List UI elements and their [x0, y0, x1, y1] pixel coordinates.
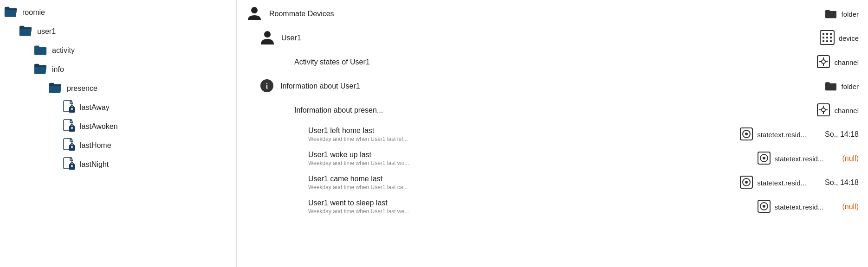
type-label: channel	[834, 107, 859, 114]
person-group-icon	[246, 5, 263, 23]
tree-label: info	[52, 65, 64, 74]
tree-item-user1[interactable]: user1	[0, 22, 236, 41]
tree-label: lastHome	[80, 141, 111, 150]
detail-type: statetext.resid...	[739, 127, 806, 142]
svg-rect-27	[830, 40, 832, 42]
type-label: statetext.resid...	[775, 203, 824, 211]
detail-type: folder	[824, 80, 859, 93]
tree-label: presence	[67, 84, 97, 93]
svg-rect-3	[71, 109, 72, 110]
folder-open-icon	[33, 62, 47, 77]
detail-main: Information about presen...	[294, 106, 807, 114]
detail-type: channel	[816, 103, 859, 118]
svg-point-48	[745, 181, 748, 184]
type-label: channel	[834, 58, 859, 66]
detail-row-lastHome[interactable]: User1 came home last Weekday and time wh…	[237, 171, 868, 195]
svg-point-45	[763, 157, 765, 159]
detail-type: folder	[824, 8, 859, 20]
folder-type-icon	[824, 80, 837, 93]
lock-file-icon	[63, 100, 75, 115]
tree-label: roomie	[22, 8, 45, 17]
tree-item-lastAway[interactable]: lastAway	[0, 98, 236, 117]
detail-row-info-about-user1[interactable]: i Information about User1 folder	[237, 74, 868, 98]
detail-value: (null)	[823, 203, 859, 211]
lock-file-icon	[63, 138, 75, 153]
detail-value: (null)	[823, 154, 859, 163]
detail-type: channel	[816, 55, 859, 70]
tree-label: lastNight	[80, 160, 109, 169]
state-type-icon	[739, 175, 753, 191]
svg-point-16	[251, 7, 258, 13]
detail-row-activity-states[interactable]: Activity states of User1 channel	[237, 50, 868, 74]
left-panel: roomie user1 activity info presence last…	[0, 0, 237, 267]
state-type-icon	[757, 151, 771, 166]
detail-type: statetext.resid...	[757, 199, 824, 215]
svg-text:i: i	[266, 82, 268, 90]
type-label: statetext.resid...	[757, 131, 806, 139]
detail-main: User1 left home last Weekday and time wh…	[308, 127, 730, 142]
folder-type-icon	[824, 8, 837, 20]
tree-item-lastAwoken[interactable]: lastAwoken	[0, 117, 236, 136]
tree-label: user1	[37, 27, 56, 36]
state-type-icon	[757, 199, 771, 215]
svg-rect-15	[71, 166, 72, 167]
svg-rect-24	[830, 37, 832, 38]
svg-rect-19	[823, 33, 824, 35]
detail-row-lastAwoken[interactable]: User1 woke up last Weekday and time when…	[237, 146, 868, 171]
detail-title: User1	[281, 34, 810, 42]
detail-subtitle: Weekday and time when User1 last ca...	[308, 184, 466, 191]
detail-row-user1[interactable]: User1 device	[237, 26, 868, 50]
tree-item-presence[interactable]: presence	[0, 79, 236, 98]
folder-open-icon	[19, 24, 32, 39]
person-icon	[260, 30, 275, 47]
svg-rect-11	[71, 147, 72, 148]
detail-row-info-presence[interactable]: Information about presen... channel	[237, 98, 868, 122]
detail-title: Activity states of User1	[294, 58, 807, 66]
detail-main: Activity states of User1	[294, 58, 807, 66]
channel-type-icon	[816, 103, 830, 118]
tree-item-lastNight[interactable]: lastNight	[0, 155, 236, 174]
svg-rect-20	[826, 33, 828, 35]
lock-file-icon	[63, 157, 75, 172]
svg-point-17	[264, 31, 271, 38]
svg-rect-7	[71, 128, 72, 129]
state-type-icon	[739, 127, 753, 142]
svg-rect-22	[823, 37, 824, 38]
tree-item-lastHome[interactable]: lastHome	[0, 136, 236, 155]
detail-subtitle: Weekday and time when User1 last we...	[308, 208, 466, 215]
detail-main: User1	[281, 34, 810, 42]
folder-open-icon	[48, 81, 62, 96]
detail-title: User1 came home last	[308, 175, 730, 183]
channel-type-icon	[816, 55, 830, 70]
svg-point-37	[822, 108, 825, 112]
svg-point-42	[745, 133, 748, 135]
type-label: statetext.resid...	[775, 155, 824, 163]
detail-main: Roommate Devices	[269, 10, 815, 18]
detail-value: So., 14:18	[806, 178, 859, 187]
detail-row-lastAway[interactable]: User1 left home last Weekday and time wh…	[237, 122, 868, 146]
detail-title: Information about User1	[280, 82, 815, 90]
type-label: device	[839, 34, 859, 42]
detail-type: device	[819, 30, 859, 47]
detail-row-lastNight[interactable]: User1 went to sleep last Weekday and tim…	[237, 195, 868, 219]
type-label: statetext.resid...	[757, 179, 806, 187]
svg-rect-26	[826, 40, 828, 42]
svg-rect-21	[830, 33, 832, 35]
tree-label: activity	[52, 46, 75, 55]
tree-item-activity[interactable]: activity	[0, 41, 236, 60]
main-layout: roomie user1 activity info presence last…	[0, 0, 868, 267]
detail-row-roommate-devices[interactable]: Roommate Devices folder	[237, 2, 868, 26]
detail-main: Information about User1	[280, 82, 815, 90]
tree-item-roomie[interactable]: roomie	[0, 3, 236, 22]
detail-value: So., 14:18	[806, 130, 859, 139]
tree-item-info[interactable]: info	[0, 60, 236, 79]
right-panel: Roommate Devices folder User1 device Act…	[237, 0, 868, 267]
type-label: folder	[841, 83, 859, 90]
tree-label: lastAway	[80, 103, 110, 112]
folder-closed-icon	[33, 43, 47, 58]
detail-title: User1 woke up last	[308, 151, 748, 159]
detail-type: statetext.resid...	[757, 151, 824, 166]
svg-rect-23	[826, 37, 828, 38]
info-icon: i	[260, 79, 274, 94]
folder-open-icon	[4, 5, 18, 20]
